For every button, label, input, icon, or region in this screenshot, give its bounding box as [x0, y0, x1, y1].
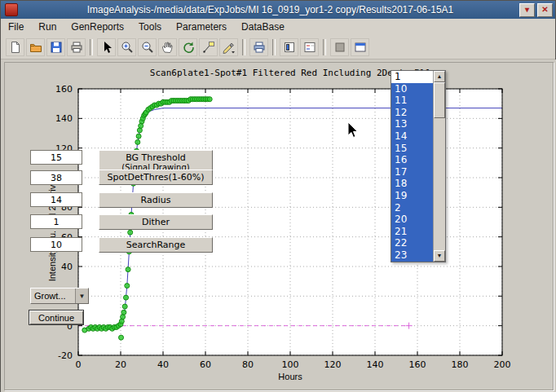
dither-input[interactable] [30, 214, 82, 229]
minimize-button[interactable]: ▾ [519, 3, 535, 17]
x-tick-label: 120 [324, 359, 342, 370]
insert-colorbar-icon[interactable] [280, 38, 298, 56]
insert-legend-icon[interactable] [300, 38, 319, 56]
window-title: ImageAnalysis-/media/data/ExpJobs/MI 16_… [21, 4, 519, 15]
scrollbar-track[interactable] [434, 118, 445, 250]
data-point [128, 230, 133, 235]
close-button[interactable]: ✕ [537, 3, 553, 17]
list-item-16[interactable]: 16 [391, 154, 433, 166]
list-item-11[interactable]: 11 [391, 95, 433, 107]
x-tick-label: 200 [494, 359, 511, 370]
plot-canvas[interactable]: 020406080100120140160180200-200204060801… [1, 59, 556, 392]
toolbar-separator [323, 39, 326, 55]
y-tick-label: 160 [55, 84, 73, 95]
window-layout-icon[interactable] [351, 38, 369, 56]
spot-det-thres-input[interactable] [30, 170, 82, 185]
zoom-in-icon[interactable] [117, 38, 136, 56]
data-point [124, 295, 129, 300]
list-item-17[interactable]: 17 [391, 166, 433, 178]
list-item-13[interactable]: 13 [391, 118, 433, 130]
list-item-18[interactable]: 18 [391, 178, 433, 190]
continue-button[interactable]: Continue [29, 310, 84, 325]
list-item-10[interactable]: 10 [391, 83, 433, 95]
list-item-2[interactable]: 2 [391, 202, 433, 214]
data-point [135, 139, 140, 144]
bg-threshold-label: BG Threshold [126, 152, 186, 163]
menu-tools[interactable]: Tools [131, 20, 169, 34]
toolbar-separator [90, 39, 93, 55]
new-file-icon[interactable] [6, 38, 24, 56]
x-tick-label: 180 [452, 359, 469, 370]
stop-icon[interactable] [330, 38, 349, 56]
data-point [121, 310, 126, 315]
x-tick-label: 160 [409, 359, 426, 370]
scroll-down-icon[interactable]: ▼ [434, 250, 445, 262]
list-item-23[interactable]: 23 [391, 249, 433, 262]
list-item-21[interactable]: 21 [391, 226, 433, 238]
menu-bar: File Run GenReports Tools Parameters Dat… [1, 19, 555, 36]
y-tick-label: 40 [61, 262, 73, 272]
list-item-20[interactable]: 20 [391, 214, 433, 226]
y-tick-label: 140 [55, 113, 73, 124]
x-tick-label: 60 [200, 359, 211, 370]
x-tick-label: 20 [115, 359, 126, 370]
radius-button[interactable]: Radius [99, 192, 213, 208]
brush-icon[interactable] [219, 38, 238, 56]
menu-database[interactable]: DataBase [234, 20, 292, 34]
menu-file[interactable]: File [1, 20, 31, 34]
number-dropdown-list: 110111213141516171819220212223 ▲ ▼ [391, 70, 446, 262]
zoom-out-icon[interactable] [138, 38, 157, 56]
scrollbar-thumb[interactable] [434, 82, 445, 118]
x-axis-label: Hours [78, 372, 502, 381]
toolbar [1, 35, 555, 59]
toolbar-separator [272, 39, 276, 55]
print-figure-icon[interactable] [249, 38, 268, 56]
x-tick-label: 140 [367, 359, 384, 370]
menu-genreports[interactable]: GenReports [64, 20, 131, 34]
y-tick-label: -20 [58, 350, 73, 361]
list-item-12[interactable]: 12 [391, 107, 433, 119]
pointer-icon[interactable] [97, 38, 116, 56]
data-point [119, 335, 124, 340]
rotate-3d-icon[interactable] [179, 38, 197, 56]
menu-run[interactable]: Run [31, 20, 64, 34]
menu-parameters[interactable]: Parameters [169, 20, 234, 34]
list-item-22[interactable]: 22 [391, 237, 433, 249]
title-bar[interactable]: ImageAnalysis-/media/data/ExpJobs/MI 16_… [1, 1, 555, 19]
open-folder-icon[interactable] [26, 38, 45, 56]
list-item-19[interactable]: 19 [391, 190, 433, 202]
dropdown-items: 110111213141516171819220212223 [391, 71, 433, 262]
toolbar-separator [242, 39, 245, 55]
chevron-down-icon[interactable]: ▼ [75, 288, 88, 303]
data-point [126, 267, 130, 272]
data-point [207, 97, 212, 102]
data-point [125, 284, 130, 288]
spot-det-thres-button[interactable]: SpotDetThres(1-60%) [99, 170, 213, 185]
data-point [122, 304, 127, 309]
app-window: ImageAnalysis-/media/data/ExpJobs/MI 16_… [0, 0, 556, 392]
list-item-14[interactable]: 14 [391, 130, 433, 143]
print-icon[interactable] [67, 38, 86, 56]
data-point [136, 134, 141, 139]
list-item-1[interactable]: 1 [391, 71, 433, 83]
pan-hand-icon[interactable] [158, 38, 177, 56]
growth-select[interactable]: Growt... ▼ [30, 288, 89, 304]
search-range-input[interactable] [30, 237, 82, 252]
data-cursor-icon[interactable] [199, 38, 218, 56]
x-tick-label: 100 [282, 359, 299, 370]
scroll-up-icon[interactable]: ▲ [434, 71, 445, 82]
growth-select-value: Growt... [31, 291, 75, 301]
radius-input[interactable] [30, 192, 82, 207]
x-tick-label: 80 [242, 359, 254, 370]
bg-threshold-input[interactable] [30, 150, 82, 165]
list-scrollbar[interactable]: ▲ ▼ [433, 71, 445, 262]
save-icon[interactable] [46, 38, 65, 56]
app-icon[interactable] [5, 3, 18, 16]
search-range-button[interactable]: SearchRange [99, 237, 213, 253]
x-tick-label: 40 [157, 359, 169, 370]
x-tick-label: 0 [76, 359, 82, 370]
list-item-15[interactable]: 15 [391, 143, 433, 155]
dither-button[interactable]: Dither [99, 214, 213, 230]
figure-area: 020406080100120140160180200-200204060801… [1, 59, 556, 392]
